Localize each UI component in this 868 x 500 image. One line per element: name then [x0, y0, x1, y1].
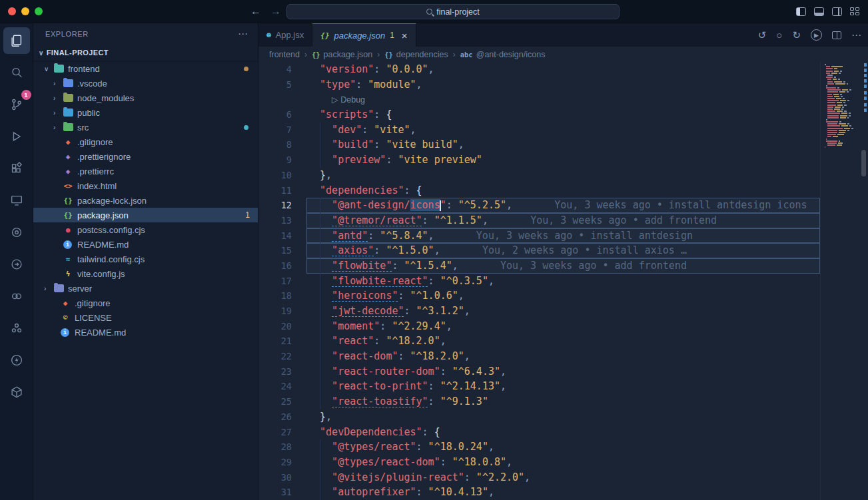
breadcrumb-item-frontend[interactable]: frontend: [269, 50, 300, 59]
tab-package-json[interactable]: {}package.json1×: [312, 23, 416, 47]
breadcrumb-item-package-json[interactable]: {}package.json: [312, 50, 372, 59]
tree-item-package-lock-json[interactable]: {}package-lock.json: [33, 193, 258, 208]
code-line[interactable]: 29"@types/react-dom": "^18.0.8",: [258, 455, 820, 470]
code-line[interactable]: 24"react-to-print": "^2.14.13",: [258, 379, 820, 394]
activity-packages-icon[interactable]: [3, 379, 30, 405]
code-line[interactable]: 14"antd": "^5.8.4",You, 3 weeks ago • in…: [258, 228, 820, 244]
command-center-search[interactable]: final-project: [286, 4, 620, 19]
code-line[interactable]: 27"devDependencies": {: [258, 425, 820, 440]
code-line[interactable]: 20"moment": "^2.29.4",: [258, 319, 820, 334]
tab-app-jsx[interactable]: ⊛App.jsx: [258, 23, 312, 47]
circle-outline-icon[interactable]: ○: [776, 29, 782, 41]
run-script-icon[interactable]: ▶: [811, 29, 822, 41]
code-line[interactable]: 26},: [258, 409, 820, 425]
toggle-secondary-sidebar-icon[interactable]: [832, 7, 842, 16]
code-line[interactable]: 19"jwt-decode": "^3.1.2",: [258, 304, 820, 319]
git-blame-annotation: You, 3 weeks ago • add frontend: [530, 214, 717, 226]
code-line[interactable]: 7"dev": "vite",: [258, 123, 820, 138]
code-line[interactable]: 6"scripts": {: [258, 107, 820, 123]
tree-item-license[interactable]: ©LICENSE: [33, 310, 258, 325]
explorer-more-actions-icon[interactable]: ⋯: [238, 28, 248, 40]
tree-item-readme-md[interactable]: iREADME.md: [33, 237, 258, 252]
tree-item-postcss-config-cjs[interactable]: ●postcss.config.cjs: [33, 222, 258, 237]
code-line[interactable]: 8"build": "vite build",: [258, 137, 820, 152]
chevron-down-icon: ∨: [44, 65, 52, 73]
activity-accounts-cluster-icon[interactable]: [3, 315, 30, 342]
code-line[interactable]: 22"react-dom": "^18.2.0",: [258, 349, 820, 364]
close-icon[interactable]: ×: [402, 30, 408, 41]
more-actions-icon[interactable]: ⋯: [851, 29, 861, 41]
minimap[interactable]: [820, 62, 857, 500]
tree-item-src[interactable]: ›src: [33, 120, 258, 134]
tree-item-index-html[interactable]: <>index.html: [33, 178, 258, 193]
activity-remote-explorer-icon[interactable]: [3, 187, 30, 214]
activity-run-debug-icon[interactable]: [3, 123, 30, 150]
forward-button[interactable]: →: [270, 5, 281, 17]
code-line[interactable]: 25"react-toastify": "^9.1.3": [258, 394, 820, 409]
code-line[interactable]: 15"axios": "^1.5.0",You, 2 weeks ago • i…: [258, 243, 820, 258]
tree-item-server[interactable]: ›server: [33, 281, 258, 296]
minimize-window-button[interactable]: [21, 7, 29, 15]
tree-item-label: LICENSE: [75, 313, 112, 323]
code-line[interactable]: 11"dependencies": {: [258, 183, 820, 198]
back-button[interactable]: ←: [250, 5, 261, 17]
toggle-primary-sidebar-icon[interactable]: [796, 7, 806, 16]
code-line[interactable]: 23"react-router-dom": "^6.4.3",: [258, 364, 820, 379]
scrollbar[interactable]: [857, 62, 868, 500]
tree-item-vscode[interactable]: ›.vscode: [33, 76, 258, 91]
activity-explorer-icon[interactable]: [3, 27, 30, 54]
activity-extensions-icon[interactable]: [3, 155, 30, 182]
codelens-row[interactable]: ▷ Debug: [258, 92, 820, 107]
scrollbar-thumb[interactable]: [861, 150, 866, 176]
tree-item-node-modules[interactable]: ›node_modules: [33, 91, 258, 105]
code-line[interactable]: 31"autoprefixer": "^10.4.13",: [258, 485, 820, 500]
circle-arrow-icon[interactable]: ↻: [792, 29, 801, 41]
code-line[interactable]: 13"@tremor/react": "^1.1.5",You, 3 weeks…: [258, 213, 820, 228]
code-line[interactable]: 10},: [258, 168, 820, 183]
tree-item-frontend[interactable]: ∨frontend: [33, 61, 258, 76]
back-circle-icon[interactable]: ↺: [758, 29, 767, 41]
codelens-debug[interactable]: ▷ Debug: [332, 95, 365, 105]
activity-source-control-icon[interactable]: 1: [3, 91, 30, 118]
code-line[interactable]: 16"flowbite": "^1.5.4",You, 3 weeks ago …: [258, 258, 820, 274]
zoom-window-button[interactable]: [35, 7, 43, 15]
tree-item-gitignore[interactable]: ◆.gitignore: [33, 134, 258, 149]
code-line[interactable]: 18"heroicons": "^1.0.6",: [258, 288, 820, 304]
code-line[interactable]: 30"@vitejs/plugin-react": "^2.2.0",: [258, 470, 820, 485]
code-line[interactable]: 28"@types/react": "^18.0.24",: [258, 439, 820, 455]
activity-gitlens-icon[interactable]: [3, 219, 30, 246]
tree-item-prettierrc[interactable]: ◈.prettierrc: [33, 164, 258, 178]
tree-item-public[interactable]: ›public: [33, 105, 258, 120]
line-number: 25: [258, 394, 306, 409]
close-window-button[interactable]: [8, 7, 16, 15]
activity-thunder-client-icon[interactable]: [3, 347, 30, 374]
code-line[interactable]: 5"type": "module",: [258, 77, 820, 93]
code-line[interactable]: 17"flowbite-react": "^0.3.5",: [258, 274, 820, 289]
activity-references-icon[interactable]: [3, 283, 30, 310]
code-line[interactable]: 21"react": "^18.2.0",: [258, 334, 820, 349]
tree-item-prettierignore[interactable]: ◈.prettierignore: [33, 149, 258, 164]
postcss-file-icon: ●: [63, 226, 73, 234]
readme-file-icon: i: [61, 328, 69, 337]
split-editor-icon[interactable]: [832, 31, 841, 39]
toggle-panel-icon[interactable]: [814, 7, 824, 16]
code-line[interactable]: 9"preview": "vite preview": [258, 152, 820, 168]
breadcrumb-item-ant-design-icons[interactable]: abc@ant-design/icons: [460, 50, 546, 59]
tree-item-gitignore[interactable]: ◆.gitignore: [33, 296, 258, 310]
activity-live-share-icon[interactable]: [3, 251, 30, 278]
tree-item-vite-config-js[interactable]: ϟvite.config.js: [33, 266, 258, 281]
tree-item-readme-md[interactable]: iREADME.md: [33, 325, 258, 340]
spellcheck-mark: [864, 69, 867, 72]
code-line[interactable]: 4"version": "0.0.0",: [258, 62, 820, 77]
tree-item-tailwind-config-cjs[interactable]: ≈tailwind.config.cjs: [33, 252, 258, 266]
code-line[interactable]: 12"@ant-design/icons": "^5.2.5",You, 3 w…: [258, 198, 820, 213]
symbol-icon: {}: [312, 51, 320, 59]
customize-layout-icon[interactable]: [850, 7, 860, 16]
workspace-section-header[interactable]: ∨ FINAL-PROJECT: [33, 45, 258, 61]
breadcrumb-item-dependencies[interactable]: {}dependencies: [384, 50, 448, 59]
tree-item-package-json[interactable]: {}package.json1: [33, 208, 258, 222]
tree-item-label: server: [68, 284, 92, 294]
code-area[interactable]: 4"version": "0.0.0",5"type": "module",▷ …: [258, 62, 820, 500]
activity-search-icon[interactable]: [3, 59, 30, 86]
tree-item-label: vite.config.js: [77, 269, 125, 279]
